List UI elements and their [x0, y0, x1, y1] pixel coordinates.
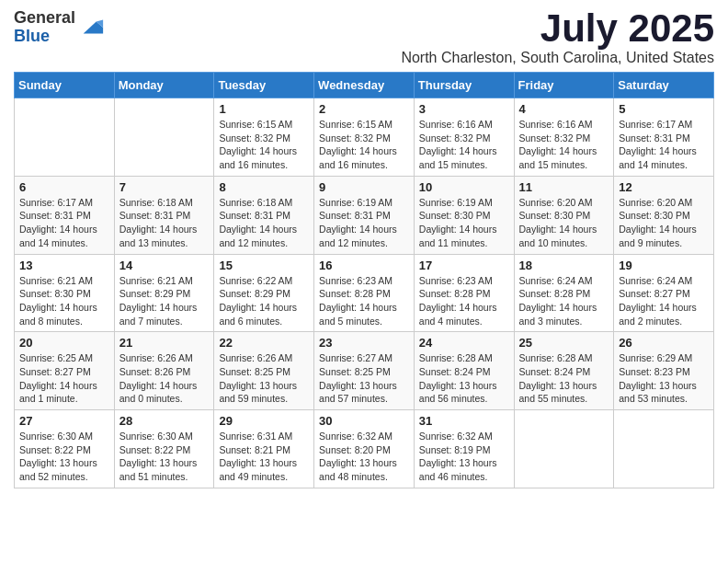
calendar-cell	[514, 410, 614, 488]
calendar-cell	[15, 98, 115, 177]
day-number: 2	[319, 102, 409, 116]
calendar-cell: 9Sunrise: 6:19 AMSunset: 8:31 PMDaylight…	[314, 176, 415, 254]
day-number: 26	[619, 336, 709, 350]
calendar-cell: 13Sunrise: 6:21 AMSunset: 8:30 PMDayligh…	[15, 254, 115, 332]
calendar-cell: 18Sunrise: 6:24 AMSunset: 8:28 PMDayligh…	[514, 254, 614, 332]
day-info: Sunrise: 6:15 AMSunset: 8:32 PMDaylight:…	[319, 118, 409, 172]
day-number: 23	[319, 336, 409, 350]
day-info: Sunrise: 6:26 AMSunset: 8:25 PMDaylight:…	[219, 351, 309, 406]
day-number: 1	[219, 102, 309, 116]
day-number: 10	[419, 180, 509, 194]
day-number: 21	[119, 336, 210, 350]
day-number: 31	[419, 414, 509, 428]
calendar-cell	[114, 98, 214, 177]
calendar-cell: 15Sunrise: 6:22 AMSunset: 8:29 PMDayligh…	[214, 254, 314, 332]
day-number: 3	[419, 102, 509, 116]
day-number: 9	[319, 180, 409, 194]
day-info: Sunrise: 6:20 AMSunset: 8:30 PMDaylight:…	[619, 196, 709, 250]
day-info: Sunrise: 6:29 AMSunset: 8:23 PMDaylight:…	[619, 351, 709, 406]
weekday-header-wednesday: Wednesday	[314, 73, 415, 98]
week-row-1: 1Sunrise: 6:15 AMSunset: 8:32 PMDaylight…	[15, 98, 714, 177]
day-number: 20	[19, 336, 109, 350]
day-number: 25	[519, 336, 609, 350]
weekday-header-saturday: Saturday	[614, 73, 714, 98]
calendar-cell: 26Sunrise: 6:29 AMSunset: 8:23 PMDayligh…	[614, 332, 714, 410]
day-info: Sunrise: 6:19 AMSunset: 8:30 PMDaylight:…	[419, 196, 509, 250]
weekday-header-friday: Friday	[514, 73, 614, 98]
day-number: 27	[19, 414, 109, 428]
calendar-table: SundayMondayTuesdayWednesdayThursdayFrid…	[14, 72, 714, 488]
weekday-header-row: SundayMondayTuesdayWednesdayThursdayFrid…	[15, 73, 714, 98]
calendar-cell: 24Sunrise: 6:28 AMSunset: 8:24 PMDayligh…	[414, 332, 514, 410]
day-info: Sunrise: 6:24 AMSunset: 8:27 PMDaylight:…	[619, 274, 709, 328]
weekday-header-thursday: Thursday	[414, 73, 514, 98]
day-number: 28	[119, 414, 210, 428]
day-info: Sunrise: 6:32 AMSunset: 8:19 PMDaylight:…	[419, 430, 509, 484]
week-row-3: 13Sunrise: 6:21 AMSunset: 8:30 PMDayligh…	[15, 254, 714, 332]
day-number: 13	[19, 259, 109, 272]
calendar-cell: 16Sunrise: 6:23 AMSunset: 8:28 PMDayligh…	[314, 254, 415, 332]
calendar-cell: 4Sunrise: 6:16 AMSunset: 8:32 PMDaylight…	[514, 98, 614, 177]
calendar-cell: 12Sunrise: 6:20 AMSunset: 8:30 PMDayligh…	[614, 176, 714, 254]
day-info: Sunrise: 6:31 AMSunset: 8:21 PMDaylight:…	[219, 430, 309, 484]
day-number: 7	[119, 180, 210, 194]
day-info: Sunrise: 6:23 AMSunset: 8:28 PMDaylight:…	[319, 274, 409, 328]
calendar-cell: 29Sunrise: 6:31 AMSunset: 8:21 PMDayligh…	[214, 410, 314, 488]
day-number: 30	[319, 414, 409, 428]
logo: General Blue	[14, 9, 105, 46]
day-number: 8	[219, 180, 309, 194]
day-number: 14	[119, 259, 210, 272]
week-row-2: 6Sunrise: 6:17 AMSunset: 8:31 PMDaylight…	[15, 176, 714, 254]
calendar-cell: 21Sunrise: 6:26 AMSunset: 8:26 PMDayligh…	[114, 332, 214, 410]
day-info: Sunrise: 6:17 AMSunset: 8:31 PMDaylight:…	[619, 118, 709, 172]
day-info: Sunrise: 6:26 AMSunset: 8:26 PMDaylight:…	[119, 351, 210, 406]
calendar-cell: 8Sunrise: 6:18 AMSunset: 8:31 PMDaylight…	[214, 176, 314, 254]
calendar-cell: 7Sunrise: 6:18 AMSunset: 8:31 PMDaylight…	[114, 176, 214, 254]
calendar-cell: 11Sunrise: 6:20 AMSunset: 8:30 PMDayligh…	[514, 176, 614, 254]
day-info: Sunrise: 6:17 AMSunset: 8:31 PMDaylight:…	[19, 196, 109, 250]
title-area: July 2025 North Charleston, South Caroli…	[401, 9, 714, 66]
day-number: 11	[519, 180, 609, 194]
day-number: 19	[619, 259, 709, 272]
calendar-cell: 3Sunrise: 6:16 AMSunset: 8:32 PMDaylight…	[414, 98, 514, 177]
calendar-cell: 2Sunrise: 6:15 AMSunset: 8:32 PMDaylight…	[314, 98, 415, 177]
day-info: Sunrise: 6:22 AMSunset: 8:29 PMDaylight:…	[219, 274, 309, 328]
day-info: Sunrise: 6:25 AMSunset: 8:27 PMDaylight:…	[19, 351, 109, 406]
day-info: Sunrise: 6:21 AMSunset: 8:30 PMDaylight:…	[19, 274, 109, 328]
day-number: 22	[219, 336, 309, 350]
logo-icon	[79, 15, 105, 40]
weekday-header-sunday: Sunday	[15, 73, 115, 98]
calendar-cell: 20Sunrise: 6:25 AMSunset: 8:27 PMDayligh…	[15, 332, 115, 410]
logo-general-text: General	[14, 9, 75, 28]
week-row-4: 20Sunrise: 6:25 AMSunset: 8:27 PMDayligh…	[15, 332, 714, 410]
header: General Blue July 2025 North Charleston,…	[14, 9, 714, 66]
calendar-cell: 30Sunrise: 6:32 AMSunset: 8:20 PMDayligh…	[314, 410, 415, 488]
day-number: 6	[19, 180, 109, 194]
calendar-cell: 6Sunrise: 6:17 AMSunset: 8:31 PMDaylight…	[15, 176, 115, 254]
day-info: Sunrise: 6:16 AMSunset: 8:32 PMDaylight:…	[519, 118, 609, 172]
day-info: Sunrise: 6:18 AMSunset: 8:31 PMDaylight:…	[219, 196, 309, 250]
day-info: Sunrise: 6:16 AMSunset: 8:32 PMDaylight:…	[419, 118, 509, 172]
month-title: July 2025	[401, 9, 714, 48]
day-number: 18	[519, 259, 609, 272]
logo-blue-text: Blue	[14, 28, 75, 46]
day-info: Sunrise: 6:19 AMSunset: 8:31 PMDaylight:…	[319, 196, 409, 250]
day-info: Sunrise: 6:20 AMSunset: 8:30 PMDaylight:…	[519, 196, 609, 250]
day-info: Sunrise: 6:28 AMSunset: 8:24 PMDaylight:…	[419, 351, 509, 406]
calendar-cell: 14Sunrise: 6:21 AMSunset: 8:29 PMDayligh…	[114, 254, 214, 332]
weekday-header-tuesday: Tuesday	[214, 73, 314, 98]
day-info: Sunrise: 6:30 AMSunset: 8:22 PMDaylight:…	[119, 430, 210, 484]
calendar-cell: 28Sunrise: 6:30 AMSunset: 8:22 PMDayligh…	[114, 410, 214, 488]
day-info: Sunrise: 6:21 AMSunset: 8:29 PMDaylight:…	[119, 274, 210, 328]
day-info: Sunrise: 6:27 AMSunset: 8:25 PMDaylight:…	[319, 351, 409, 406]
day-number: 12	[619, 180, 709, 194]
calendar-cell: 1Sunrise: 6:15 AMSunset: 8:32 PMDaylight…	[214, 98, 314, 177]
week-row-5: 27Sunrise: 6:30 AMSunset: 8:22 PMDayligh…	[15, 410, 714, 488]
day-info: Sunrise: 6:30 AMSunset: 8:22 PMDaylight:…	[19, 430, 109, 484]
calendar-cell	[614, 410, 714, 488]
calendar-cell: 25Sunrise: 6:28 AMSunset: 8:24 PMDayligh…	[514, 332, 614, 410]
day-number: 17	[419, 259, 509, 272]
day-info: Sunrise: 6:32 AMSunset: 8:20 PMDaylight:…	[319, 430, 409, 484]
day-info: Sunrise: 6:15 AMSunset: 8:32 PMDaylight:…	[219, 118, 309, 172]
calendar-cell: 5Sunrise: 6:17 AMSunset: 8:31 PMDaylight…	[614, 98, 714, 177]
